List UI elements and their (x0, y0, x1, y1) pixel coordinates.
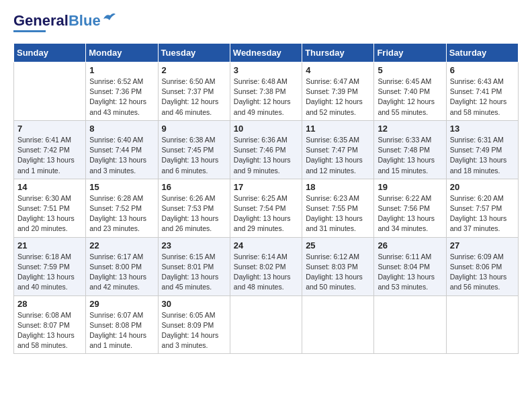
calendar-cell: 20Sunrise: 6:20 AM Sunset: 7:57 PM Dayli… (446, 179, 518, 237)
cell-content: Sunrise: 6:09 AM Sunset: 8:06 PM Dayligh… (450, 252, 515, 293)
calendar-cell: 3Sunrise: 6:48 AM Sunset: 7:38 PM Daylig… (230, 62, 302, 121)
column-header-friday: Friday (374, 44, 446, 62)
day-number: 20 (450, 182, 515, 192)
calendar-cell: 1Sunrise: 6:52 AM Sunset: 7:36 PM Daylig… (86, 62, 158, 121)
calendar-cell: 30Sunrise: 6:05 AM Sunset: 8:09 PM Dayli… (158, 295, 230, 354)
day-number: 28 (17, 299, 82, 309)
cell-content: Sunrise: 6:40 AM Sunset: 7:44 PM Dayligh… (89, 135, 154, 176)
cell-content: Sunrise: 6:38 AM Sunset: 7:45 PM Dayligh… (162, 135, 226, 176)
day-number: 13 (450, 124, 515, 134)
calendar-cell: 25Sunrise: 6:12 AM Sunset: 8:03 PM Dayli… (302, 237, 374, 295)
calendar-week-row: 1Sunrise: 6:52 AM Sunset: 7:36 PM Daylig… (14, 62, 519, 121)
calendar-cell (14, 62, 86, 121)
column-header-sunday: Sunday (14, 44, 86, 62)
day-number: 2 (162, 65, 226, 75)
day-number: 16 (162, 182, 226, 192)
cell-content: Sunrise: 6:28 AM Sunset: 7:52 PM Dayligh… (89, 193, 154, 234)
cell-content: Sunrise: 6:22 AM Sunset: 7:56 PM Dayligh… (378, 193, 442, 234)
day-number: 22 (89, 240, 154, 250)
cell-content: Sunrise: 6:50 AM Sunset: 7:37 PM Dayligh… (162, 77, 226, 118)
calendar-week-row: 14Sunrise: 6:30 AM Sunset: 7:51 PM Dayli… (14, 179, 519, 237)
logo: GeneralBlue (13, 13, 117, 32)
calendar-cell (446, 295, 518, 354)
day-number: 24 (234, 240, 298, 250)
day-number: 6 (450, 65, 515, 75)
cell-content: Sunrise: 6:20 AM Sunset: 7:57 PM Dayligh… (450, 193, 515, 234)
calendar-cell: 19Sunrise: 6:22 AM Sunset: 7:56 PM Dayli… (374, 179, 446, 237)
calendar-cell: 7Sunrise: 6:41 AM Sunset: 7:42 PM Daylig… (14, 120, 86, 179)
cell-content: Sunrise: 6:18 AM Sunset: 7:59 PM Dayligh… (17, 252, 82, 293)
calendar-cell: 5Sunrise: 6:45 AM Sunset: 7:40 PM Daylig… (374, 62, 446, 121)
cell-content: Sunrise: 6:14 AM Sunset: 8:02 PM Dayligh… (234, 252, 298, 293)
logo-underline (13, 30, 46, 32)
cell-content: Sunrise: 6:15 AM Sunset: 8:01 PM Dayligh… (162, 252, 226, 293)
calendar-cell: 6Sunrise: 6:43 AM Sunset: 7:41 PM Daylig… (446, 62, 518, 121)
day-number: 25 (306, 240, 370, 250)
day-number: 30 (162, 299, 226, 309)
calendar-cell (374, 295, 446, 354)
column-header-monday: Monday (86, 44, 158, 62)
cell-content: Sunrise: 6:05 AM Sunset: 8:09 PM Dayligh… (162, 310, 226, 351)
calendar-cell: 23Sunrise: 6:15 AM Sunset: 8:01 PM Dayli… (158, 237, 230, 295)
day-number: 3 (234, 65, 298, 75)
column-header-wednesday: Wednesday (230, 44, 302, 62)
day-number: 12 (378, 124, 442, 134)
calendar-cell: 29Sunrise: 6:07 AM Sunset: 8:08 PM Dayli… (86, 295, 158, 354)
cell-content: Sunrise: 6:12 AM Sunset: 8:03 PM Dayligh… (306, 252, 370, 293)
calendar-cell (302, 295, 374, 354)
calendar-table: SundayMondayTuesdayWednesdayThursdayFrid… (13, 43, 519, 354)
calendar-cell: 12Sunrise: 6:33 AM Sunset: 7:48 PM Dayli… (374, 120, 446, 179)
calendar-cell (230, 295, 302, 354)
day-number: 17 (234, 182, 298, 192)
day-number: 21 (17, 240, 82, 250)
calendar-cell: 18Sunrise: 6:23 AM Sunset: 7:55 PM Dayli… (302, 179, 374, 237)
calendar-cell: 14Sunrise: 6:30 AM Sunset: 7:51 PM Dayli… (14, 179, 86, 237)
calendar-cell: 15Sunrise: 6:28 AM Sunset: 7:52 PM Dayli… (86, 179, 158, 237)
day-number: 26 (378, 240, 442, 250)
calendar-cell: 24Sunrise: 6:14 AM Sunset: 8:02 PM Dayli… (230, 237, 302, 295)
calendar-cell: 11Sunrise: 6:35 AM Sunset: 7:47 PM Dayli… (302, 120, 374, 179)
day-number: 5 (378, 65, 442, 75)
cell-content: Sunrise: 6:23 AM Sunset: 7:55 PM Dayligh… (306, 193, 370, 234)
cell-content: Sunrise: 6:35 AM Sunset: 7:47 PM Dayligh… (306, 135, 370, 176)
day-number: 7 (17, 124, 82, 134)
day-number: 29 (89, 299, 154, 309)
day-number: 14 (17, 182, 82, 192)
calendar-cell: 9Sunrise: 6:38 AM Sunset: 7:45 PM Daylig… (158, 120, 230, 179)
day-number: 9 (162, 124, 226, 134)
cell-content: Sunrise: 6:52 AM Sunset: 7:36 PM Dayligh… (89, 77, 154, 118)
column-header-thursday: Thursday (302, 44, 374, 62)
calendar-header-row: SundayMondayTuesdayWednesdayThursdayFrid… (14, 44, 519, 62)
cell-content: Sunrise: 6:47 AM Sunset: 7:39 PM Dayligh… (306, 77, 370, 118)
cell-content: Sunrise: 6:36 AM Sunset: 7:46 PM Dayligh… (234, 135, 298, 176)
cell-content: Sunrise: 6:26 AM Sunset: 7:53 PM Dayligh… (162, 193, 226, 234)
calendar-cell: 16Sunrise: 6:26 AM Sunset: 7:53 PM Dayli… (158, 179, 230, 237)
calendar-cell: 21Sunrise: 6:18 AM Sunset: 7:59 PM Dayli… (14, 237, 86, 295)
cell-content: Sunrise: 6:17 AM Sunset: 8:00 PM Dayligh… (89, 252, 154, 293)
cell-content: Sunrise: 6:48 AM Sunset: 7:38 PM Dayligh… (234, 77, 298, 118)
calendar-cell: 26Sunrise: 6:11 AM Sunset: 8:04 PM Dayli… (374, 237, 446, 295)
calendar-cell: 4Sunrise: 6:47 AM Sunset: 7:39 PM Daylig… (302, 62, 374, 121)
calendar-cell: 27Sunrise: 6:09 AM Sunset: 8:06 PM Dayli… (446, 237, 518, 295)
day-number: 23 (162, 240, 226, 250)
cell-content: Sunrise: 6:33 AM Sunset: 7:48 PM Dayligh… (378, 135, 442, 176)
day-number: 4 (306, 65, 370, 75)
calendar-week-row: 21Sunrise: 6:18 AM Sunset: 7:59 PM Dayli… (14, 237, 519, 295)
logo-bird-icon (102, 12, 117, 24)
cell-content: Sunrise: 6:45 AM Sunset: 7:40 PM Dayligh… (378, 77, 442, 118)
day-number: 27 (450, 240, 515, 250)
logo-text: GeneralBlue (13, 13, 101, 28)
day-number: 15 (89, 182, 154, 192)
cell-content: Sunrise: 6:43 AM Sunset: 7:41 PM Dayligh… (450, 77, 515, 118)
cell-content: Sunrise: 6:30 AM Sunset: 7:51 PM Dayligh… (17, 193, 82, 234)
cell-content: Sunrise: 6:25 AM Sunset: 7:54 PM Dayligh… (234, 193, 298, 234)
calendar-week-row: 7Sunrise: 6:41 AM Sunset: 7:42 PM Daylig… (14, 120, 519, 179)
calendar-cell: 10Sunrise: 6:36 AM Sunset: 7:46 PM Dayli… (230, 120, 302, 179)
day-number: 11 (306, 124, 370, 134)
day-number: 1 (89, 65, 154, 75)
calendar-cell: 13Sunrise: 6:31 AM Sunset: 7:49 PM Dayli… (446, 120, 518, 179)
cell-content: Sunrise: 6:08 AM Sunset: 8:07 PM Dayligh… (17, 310, 82, 351)
cell-content: Sunrise: 6:41 AM Sunset: 7:42 PM Dayligh… (17, 135, 82, 176)
day-number: 10 (234, 124, 298, 134)
calendar-week-row: 28Sunrise: 6:08 AM Sunset: 8:07 PM Dayli… (14, 295, 519, 354)
